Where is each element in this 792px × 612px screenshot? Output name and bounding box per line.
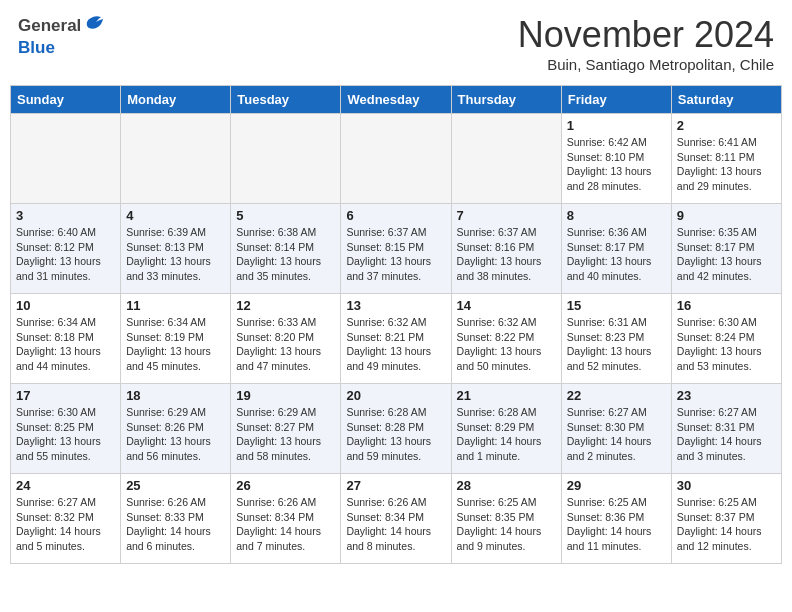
day-info: Sunrise: 6:40 AM Sunset: 8:12 PM Dayligh… — [16, 225, 115, 284]
header: General Blue November 2024 Buin, Santiag… — [10, 10, 782, 77]
calendar-header-tuesday: Tuesday — [231, 86, 341, 114]
day-info: Sunrise: 6:38 AM Sunset: 8:14 PM Dayligh… — [236, 225, 335, 284]
day-number: 29 — [567, 478, 666, 493]
calendar-day — [451, 114, 561, 204]
calendar-day: 2Sunrise: 6:41 AM Sunset: 8:11 PM Daylig… — [671, 114, 781, 204]
calendar-day: 18Sunrise: 6:29 AM Sunset: 8:26 PM Dayli… — [121, 384, 231, 474]
day-number: 30 — [677, 478, 776, 493]
calendar-day: 29Sunrise: 6:25 AM Sunset: 8:36 PM Dayli… — [561, 474, 671, 564]
calendar-day: 4Sunrise: 6:39 AM Sunset: 8:13 PM Daylig… — [121, 204, 231, 294]
calendar-day: 14Sunrise: 6:32 AM Sunset: 8:22 PM Dayli… — [451, 294, 561, 384]
day-number: 3 — [16, 208, 115, 223]
day-number: 23 — [677, 388, 776, 403]
day-number: 27 — [346, 478, 445, 493]
day-number: 13 — [346, 298, 445, 313]
calendar-table: SundayMondayTuesdayWednesdayThursdayFrid… — [10, 85, 782, 564]
calendar-day: 28Sunrise: 6:25 AM Sunset: 8:35 PM Dayli… — [451, 474, 561, 564]
month-title: November 2024 — [518, 14, 774, 56]
day-info: Sunrise: 6:27 AM Sunset: 8:32 PM Dayligh… — [16, 495, 115, 554]
calendar-day: 22Sunrise: 6:27 AM Sunset: 8:30 PM Dayli… — [561, 384, 671, 474]
calendar-day — [11, 114, 121, 204]
calendar-body: 1Sunrise: 6:42 AM Sunset: 8:10 PM Daylig… — [11, 114, 782, 564]
day-info: Sunrise: 6:37 AM Sunset: 8:15 PM Dayligh… — [346, 225, 445, 284]
day-info: Sunrise: 6:27 AM Sunset: 8:30 PM Dayligh… — [567, 405, 666, 464]
day-number: 10 — [16, 298, 115, 313]
calendar-header-sunday: Sunday — [11, 86, 121, 114]
day-number: 26 — [236, 478, 335, 493]
day-number: 1 — [567, 118, 666, 133]
calendar-day: 27Sunrise: 6:26 AM Sunset: 8:34 PM Dayli… — [341, 474, 451, 564]
logo-bird-icon — [83, 14, 105, 38]
day-number: 18 — [126, 388, 225, 403]
calendar-day: 11Sunrise: 6:34 AM Sunset: 8:19 PM Dayli… — [121, 294, 231, 384]
day-info: Sunrise: 6:25 AM Sunset: 8:35 PM Dayligh… — [457, 495, 556, 554]
day-info: Sunrise: 6:41 AM Sunset: 8:11 PM Dayligh… — [677, 135, 776, 194]
day-info: Sunrise: 6:35 AM Sunset: 8:17 PM Dayligh… — [677, 225, 776, 284]
day-info: Sunrise: 6:30 AM Sunset: 8:24 PM Dayligh… — [677, 315, 776, 374]
day-info: Sunrise: 6:30 AM Sunset: 8:25 PM Dayligh… — [16, 405, 115, 464]
calendar-week-row: 10Sunrise: 6:34 AM Sunset: 8:18 PM Dayli… — [11, 294, 782, 384]
day-number: 20 — [346, 388, 445, 403]
day-number: 22 — [567, 388, 666, 403]
day-number: 24 — [16, 478, 115, 493]
day-number: 2 — [677, 118, 776, 133]
day-number: 7 — [457, 208, 556, 223]
calendar-day: 13Sunrise: 6:32 AM Sunset: 8:21 PM Dayli… — [341, 294, 451, 384]
day-number: 25 — [126, 478, 225, 493]
day-info: Sunrise: 6:36 AM Sunset: 8:17 PM Dayligh… — [567, 225, 666, 284]
calendar-day: 15Sunrise: 6:31 AM Sunset: 8:23 PM Dayli… — [561, 294, 671, 384]
day-number: 14 — [457, 298, 556, 313]
day-info: Sunrise: 6:26 AM Sunset: 8:34 PM Dayligh… — [236, 495, 335, 554]
calendar-header-saturday: Saturday — [671, 86, 781, 114]
day-number: 4 — [126, 208, 225, 223]
calendar-week-row: 3Sunrise: 6:40 AM Sunset: 8:12 PM Daylig… — [11, 204, 782, 294]
calendar-day: 8Sunrise: 6:36 AM Sunset: 8:17 PM Daylig… — [561, 204, 671, 294]
day-number: 21 — [457, 388, 556, 403]
day-number: 17 — [16, 388, 115, 403]
logo-general-text: General — [18, 16, 81, 36]
day-info: Sunrise: 6:29 AM Sunset: 8:26 PM Dayligh… — [126, 405, 225, 464]
calendar-day: 23Sunrise: 6:27 AM Sunset: 8:31 PM Dayli… — [671, 384, 781, 474]
day-number: 11 — [126, 298, 225, 313]
day-info: Sunrise: 6:39 AM Sunset: 8:13 PM Dayligh… — [126, 225, 225, 284]
day-info: Sunrise: 6:25 AM Sunset: 8:37 PM Dayligh… — [677, 495, 776, 554]
calendar-day — [121, 114, 231, 204]
day-info: Sunrise: 6:28 AM Sunset: 8:29 PM Dayligh… — [457, 405, 556, 464]
day-info: Sunrise: 6:26 AM Sunset: 8:34 PM Dayligh… — [346, 495, 445, 554]
calendar-day: 26Sunrise: 6:26 AM Sunset: 8:34 PM Dayli… — [231, 474, 341, 564]
day-info: Sunrise: 6:29 AM Sunset: 8:27 PM Dayligh… — [236, 405, 335, 464]
calendar-week-row: 24Sunrise: 6:27 AM Sunset: 8:32 PM Dayli… — [11, 474, 782, 564]
calendar-day: 10Sunrise: 6:34 AM Sunset: 8:18 PM Dayli… — [11, 294, 121, 384]
calendar-day: 24Sunrise: 6:27 AM Sunset: 8:32 PM Dayli… — [11, 474, 121, 564]
day-info: Sunrise: 6:33 AM Sunset: 8:20 PM Dayligh… — [236, 315, 335, 374]
day-info: Sunrise: 6:37 AM Sunset: 8:16 PM Dayligh… — [457, 225, 556, 284]
calendar-day — [231, 114, 341, 204]
day-number: 9 — [677, 208, 776, 223]
calendar-day: 1Sunrise: 6:42 AM Sunset: 8:10 PM Daylig… — [561, 114, 671, 204]
day-number: 16 — [677, 298, 776, 313]
location: Buin, Santiago Metropolitan, Chile — [518, 56, 774, 73]
day-number: 28 — [457, 478, 556, 493]
calendar-day: 9Sunrise: 6:35 AM Sunset: 8:17 PM Daylig… — [671, 204, 781, 294]
calendar-day: 5Sunrise: 6:38 AM Sunset: 8:14 PM Daylig… — [231, 204, 341, 294]
calendar-day: 21Sunrise: 6:28 AM Sunset: 8:29 PM Dayli… — [451, 384, 561, 474]
day-info: Sunrise: 6:32 AM Sunset: 8:21 PM Dayligh… — [346, 315, 445, 374]
day-info: Sunrise: 6:25 AM Sunset: 8:36 PM Dayligh… — [567, 495, 666, 554]
day-info: Sunrise: 6:34 AM Sunset: 8:18 PM Dayligh… — [16, 315, 115, 374]
calendar-header-thursday: Thursday — [451, 86, 561, 114]
day-info: Sunrise: 6:34 AM Sunset: 8:19 PM Dayligh… — [126, 315, 225, 374]
calendar-day: 25Sunrise: 6:26 AM Sunset: 8:33 PM Dayli… — [121, 474, 231, 564]
day-info: Sunrise: 6:31 AM Sunset: 8:23 PM Dayligh… — [567, 315, 666, 374]
calendar-week-row: 17Sunrise: 6:30 AM Sunset: 8:25 PM Dayli… — [11, 384, 782, 474]
day-info: Sunrise: 6:27 AM Sunset: 8:31 PM Dayligh… — [677, 405, 776, 464]
calendar-day: 12Sunrise: 6:33 AM Sunset: 8:20 PM Dayli… — [231, 294, 341, 384]
calendar-day — [341, 114, 451, 204]
day-info: Sunrise: 6:32 AM Sunset: 8:22 PM Dayligh… — [457, 315, 556, 374]
calendar-day: 16Sunrise: 6:30 AM Sunset: 8:24 PM Dayli… — [671, 294, 781, 384]
calendar-day: 7Sunrise: 6:37 AM Sunset: 8:16 PM Daylig… — [451, 204, 561, 294]
day-info: Sunrise: 6:28 AM Sunset: 8:28 PM Dayligh… — [346, 405, 445, 464]
calendar-day: 19Sunrise: 6:29 AM Sunset: 8:27 PM Dayli… — [231, 384, 341, 474]
day-number: 6 — [346, 208, 445, 223]
logo: General Blue — [18, 14, 105, 58]
day-number: 12 — [236, 298, 335, 313]
